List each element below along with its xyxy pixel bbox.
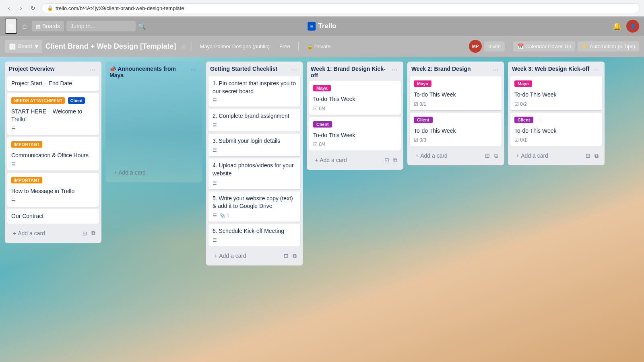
board-title-button[interactable]: ▦ Board ▾ <box>5 40 42 53</box>
jump-to-button[interactable]: Jump to... <box>66 21 135 31</box>
checklist-icon-w1-maya: ☑ 0/4 <box>313 106 326 111</box>
private-button[interactable]: 🔒 Private <box>303 42 334 51</box>
card-complete-brand[interactable]: 2. Complete brand assignment ☰ <box>208 109 300 132</box>
board-star-button[interactable]: ☆ <box>181 43 187 50</box>
list-header-week1: Week 1: Brand Design Kick-off ··· <box>307 62 403 81</box>
user-avatar[interactable]: 👤 <box>626 20 639 33</box>
card-copy-button-6[interactable]: ⧉ <box>593 151 600 160</box>
plan-button[interactable]: Free <box>276 42 293 51</box>
card-list-badge-pin: ☰ <box>213 98 217 103</box>
list-menu-button-4[interactable]: ··· <box>390 66 399 74</box>
member-avatar[interactable]: MP <box>469 40 482 53</box>
add-card-button-2[interactable]: + Add a card <box>110 167 197 178</box>
card-w1-maya[interactable]: Maya To-do This Week ☑ 0/4 <box>309 81 401 115</box>
card-copy-button-4[interactable]: ⧉ <box>392 156 398 165</box>
card-template-button-5[interactable]: ⊡ <box>484 151 491 160</box>
card-title-w3-client: To-do This Week <box>514 127 598 135</box>
plus-icon-5: + <box>415 152 419 159</box>
card-upload-photos[interactable]: 4. Upload photos/videos for your website… <box>208 158 300 189</box>
board-icon: ▦ <box>9 42 16 51</box>
divider2 <box>298 41 299 51</box>
add-card-button-5[interactable]: + Add a card <box>412 150 484 161</box>
card-list-badge-brand: ☰ <box>213 123 217 128</box>
card-template-button-1[interactable]: ⊡ <box>81 228 89 238</box>
workspace-label: Maya Palmer Designs (public) <box>200 43 270 49</box>
add-card-button-6[interactable]: + Add a card <box>513 150 584 161</box>
calendar-button[interactable]: 📅 Calendar Power-Up <box>513 41 575 51</box>
card-start-here[interactable]: NEEDS ATTATCHMENT Client START HERE – We… <box>7 93 99 135</box>
add-card-button-4[interactable]: + Add a card <box>312 154 383 166</box>
add-card-footer-1: + Add a card ⊡ ⧉ <box>7 226 99 241</box>
card-title-upload-photos: 4. Upload photos/videos for your website <box>213 162 296 177</box>
plus-icon-6: + <box>516 152 519 159</box>
app-grid-button[interactable]: ⊞ <box>5 19 17 34</box>
card-start-end-date[interactable]: Project Start – End Date <box>7 76 99 91</box>
card-title-message-trello: How to Message in Trello <box>11 187 95 195</box>
card-attachment-badge-copy: 📎 1 <box>219 213 229 218</box>
add-card-icons-4: ⊡ ⧉ <box>383 156 398 165</box>
card-power-button-1[interactable]: ⧉ <box>90 228 97 238</box>
card-labels-communication: IMPORTANT <box>11 140 95 150</box>
board-label: Board <box>18 43 32 49</box>
invite-button[interactable]: Invite <box>484 41 505 51</box>
card-member-label-w2-client: Client <box>414 116 497 125</box>
card-our-contract[interactable]: Our Contract <box>7 209 99 224</box>
add-card-icons-3: ⊡ ⧉ <box>283 251 298 261</box>
card-labels-start-here: NEEDS ATTATCHMENT Client <box>11 97 95 106</box>
card-title-communication: Communication & Office Hours <box>11 152 95 160</box>
list-menu-button-6[interactable]: ··· <box>591 66 601 74</box>
list-menu-button-1[interactable]: ··· <box>88 66 97 74</box>
card-template-button-6[interactable]: ⊡ <box>584 151 592 160</box>
notification-button[interactable]: 🔔 <box>610 19 624 33</box>
checklist-icon-w2-maya: ☑ 0/1 <box>414 101 426 107</box>
list-cards-week3: Maya To-do This Week ☑ 0/2 Client To-do … <box>508 76 605 146</box>
add-card-button-1[interactable]: + Add a card <box>10 228 81 239</box>
card-w2-client[interactable]: Client To-do This Week ☑ 0/3 <box>410 113 502 146</box>
card-badges-message: ☰ <box>11 198 95 204</box>
list-menu-button-2[interactable]: ··· <box>189 66 198 74</box>
list-footer-getting-started: + Add a card ⊡ ⧉ <box>206 246 303 265</box>
label-needs-attachment: NEEDS ATTATCHMENT <box>11 97 65 104</box>
card-list-icon-communication: ☰ <box>11 162 16 167</box>
checklist-icon-w3-client: ☑ 0/1 <box>514 137 527 143</box>
card-communication[interactable]: IMPORTANT Communication & Office Hours ☰ <box>7 137 99 171</box>
card-w1-client[interactable]: Client To-do This Week ☑ 0/4 <box>309 117 401 151</box>
plus-icon-2: + <box>114 169 117 176</box>
card-message-trello[interactable]: IMPORTANT How to Message in Trello ☰ <box>7 173 99 207</box>
add-card-icons-1: ⊡ ⧉ <box>81 228 97 238</box>
card-submit-login[interactable]: 3. Submit your login details ☰ <box>208 134 300 156</box>
card-template-button-3[interactable]: ⊡ <box>283 251 290 261</box>
workspace-button[interactable]: Maya Palmer Designs (public) <box>197 42 273 51</box>
card-w2-maya[interactable]: Maya To-do This Week ☑ 0/1 <box>410 76 502 110</box>
automation-button[interactable]: ⚡ Automation (5 Tips) <box>578 41 639 51</box>
add-card-footer-5: + Add a card ⊡ ⧉ <box>410 148 502 163</box>
list-menu-button-5[interactable]: ··· <box>491 66 500 74</box>
boards-button[interactable]: ▦ Boards <box>32 21 64 31</box>
card-title-w3-maya: To-do This Week <box>514 91 598 99</box>
back-button[interactable]: ‹ <box>4 3 14 13</box>
refresh-button[interactable]: ↻ <box>28 3 38 13</box>
card-schedule-kickoff[interactable]: 6. Schedule Kick-off Meeting ☰ <box>208 224 300 247</box>
forward-button[interactable]: › <box>16 3 26 13</box>
add-card-button-3[interactable]: + Add a card <box>211 250 283 261</box>
card-title-w1-client: To-do This Week <box>313 132 397 140</box>
home-button[interactable]: ⌂ <box>20 21 29 31</box>
card-template-button-4[interactable]: ⊡ <box>383 156 390 165</box>
trello-logo-text: Trello <box>318 22 336 30</box>
card-copy-button-3[interactable]: ⧉ <box>291 251 298 261</box>
card-copy-button-5[interactable]: ⧉ <box>493 151 499 160</box>
list-header-announcements: 📣 Announcements from Maya ··· <box>105 62 202 81</box>
card-pin-content[interactable]: 1. Pin content that inspires you to our … <box>208 76 300 107</box>
address-bar[interactable]: 🔒 trello.com/b/4At4jyX9/client-brand-web… <box>41 3 640 13</box>
card-w3-maya[interactable]: Maya To-do This Week ☑ 0/2 <box>510 76 602 110</box>
list-menu-button-3[interactable]: ··· <box>289 66 299 74</box>
add-card-label-2: Add a card <box>118 169 146 176</box>
card-w3-client[interactable]: Client To-do This Week ☑ 0/1 <box>510 113 602 146</box>
calendar-label: Calendar Power-Up <box>525 43 571 49</box>
boards-icon: ▦ <box>36 23 41 29</box>
list-header-project-overview: Project Overview ··· <box>5 62 101 76</box>
member-tag-client-w3: Client <box>514 117 533 123</box>
card-write-copy[interactable]: 5. Write your website copy (text) & add … <box>208 191 300 222</box>
list-week3: Week 3: Web Design Kick-off ··· Maya To-… <box>508 62 605 165</box>
card-badges-start-here: ☰ <box>11 126 95 132</box>
